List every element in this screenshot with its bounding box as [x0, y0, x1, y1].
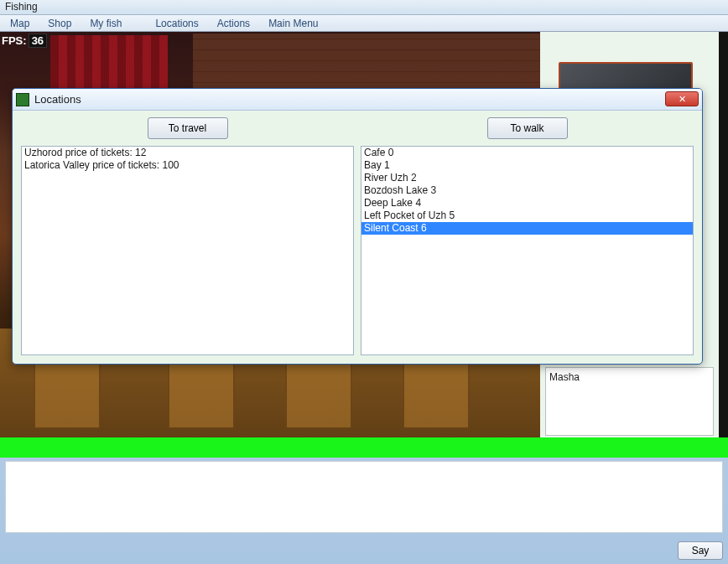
travel-list[interactable]: Uzhorod price of tickets: 12Latorica Val…: [21, 146, 354, 355]
fps-label: FPS:: [2, 34, 27, 47]
walk-list-item[interactable]: River Uzh 2: [361, 172, 693, 184]
menu-main-menu[interactable]: Main Menu: [262, 16, 325, 31]
walk-list-item[interactable]: Silent Coast 6: [361, 222, 693, 235]
menubar: Map Shop My fish Locations Actions Main …: [0, 15, 728, 32]
character-name: Masha: [549, 371, 580, 383]
locations-title: Locations: [34, 93, 81, 106]
say-button[interactable]: Say: [678, 541, 723, 560]
character-name-box: Masha: [545, 367, 714, 436]
app-titlebar: Fishing: [0, 0, 728, 15]
menu-locations[interactable]: Locations: [148, 16, 205, 31]
walk-list-item[interactable]: Deep Lake 4: [361, 197, 693, 210]
say-row: Say: [678, 541, 723, 560]
walk-list-item[interactable]: Cafe 0: [361, 147, 693, 159]
fps-counter: FPS: 36: [2, 34, 47, 48]
chat-log[interactable]: [5, 461, 723, 533]
close-button[interactable]: ✕: [665, 91, 699, 106]
walk-list-item[interactable]: Bay 1: [361, 159, 693, 172]
menu-actions[interactable]: Actions: [211, 16, 257, 31]
locations-dialog: Locations ✕ To travel Uzhorod price of t…: [12, 88, 703, 365]
locations-icon: [16, 93, 29, 106]
close-icon: ✕: [679, 94, 686, 105]
walk-list[interactable]: Cafe 0Bay 1River Uzh 2Bozdosh Lake 3Deep…: [361, 146, 694, 355]
locations-titlebar[interactable]: Locations ✕: [13, 89, 702, 111]
fps-value: 36: [29, 34, 47, 48]
locations-body: To travel Uzhorod price of tickets: 12La…: [13, 111, 702, 362]
menu-shop[interactable]: Shop: [41, 16, 78, 31]
to-travel-button[interactable]: To travel: [148, 117, 228, 139]
walk-list-item[interactable]: Left Pocket of Uzh 5: [361, 210, 693, 222]
travel-list-item[interactable]: Uzhorod price of tickets: 12: [22, 147, 353, 159]
travel-column: To travel Uzhorod price of tickets: 12La…: [21, 117, 354, 355]
travel-list-item[interactable]: Latorica Valley price of tickets: 100: [22, 159, 353, 172]
app-title: Fishing: [5, 1, 38, 13]
status-bar: [0, 437, 728, 458]
walk-list-item[interactable]: Bozdosh Lake 3: [361, 184, 693, 197]
menu-map[interactable]: Map: [3, 16, 36, 31]
to-walk-button[interactable]: To walk: [487, 117, 568, 139]
menu-my-fish[interactable]: My fish: [83, 16, 128, 31]
walk-column: To walk Cafe 0Bay 1River Uzh 2Bozdosh La…: [361, 117, 694, 355]
